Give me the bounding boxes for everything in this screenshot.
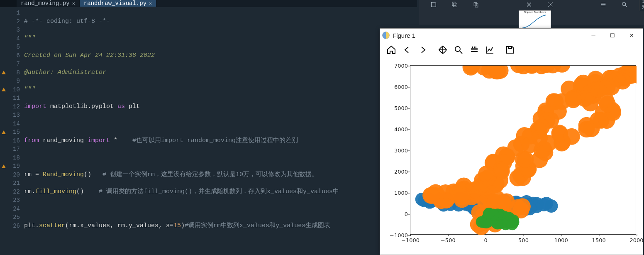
subplots-icon[interactable] [467,43,481,57]
kw: import [88,137,110,144]
scatter-svg [410,66,637,235]
comment: # 调用类的方法fill_moving()，并生成随机数列，存入到x_value… [84,188,339,195]
svg-point-4 [455,47,460,51]
home-icon[interactable] [384,43,398,57]
delete-all-icon[interactable] [544,0,557,11]
svg-point-220 [424,187,440,204]
window-title: Figure 1 [393,32,584,39]
svg-point-178 [480,169,496,186]
pan-icon[interactable] [436,43,450,57]
save-all-icon[interactable] [449,0,461,11]
paren: () [84,171,91,178]
plot-canvas[interactable]: −100001000200030004000500060007000−1000−… [380,58,643,255]
axes: −100001000200030004000500060007000−1000−… [410,65,636,235]
svg-point-260 [483,208,495,219]
code-area[interactable]: # -*- coding: utf-8 -*- """ Created on S… [24,7,417,255]
tab-gutter [0,0,17,7]
comment: # 创建一个实例rm，这里没有给定参数，默认是10万，可以修改为其他数据。 [91,171,318,178]
comment: # -*- coding: utf-8 -*- [24,18,110,25]
kw: import [24,103,46,110]
close-icon[interactable]: ✕ [72,0,75,7]
docstring: """ [24,35,35,42]
svg-point-214 [463,66,479,76]
op: = [32,171,43,178]
app-icon [382,31,390,39]
fn: scatter [39,222,65,229]
svg-point-55 [540,197,553,210]
plots-toolbar-icons: 1 % [427,0,644,9]
star: * [110,137,117,144]
copy-icon[interactable] [469,0,482,11]
fn: Rand_moving [43,171,84,178]
var: rm [24,171,32,178]
obj: plt. [24,222,39,229]
minimize-button[interactable]: ─ [584,29,603,42]
num: 15 [173,222,181,229]
kw: from [24,137,39,144]
svg-point-106 [564,128,580,145]
titlebar[interactable]: Figure 1 ─ ☐ ✕ [380,29,643,42]
thumb-title: Square Numbers [519,11,551,14]
module: matplotlib.pyplot [46,103,117,110]
comment: #调用实例rm中数列x_values和y_values生成图表 [185,222,330,229]
code-editor[interactable]: 1234567891011121314151617181920212223242… [0,7,417,255]
line-gutter: 1234567891011121314151617181920212223242… [0,7,24,255]
axes-icon[interactable] [483,43,497,57]
alias: plt [125,103,140,110]
svg-point-2 [622,2,626,6]
tab-label: randdraw_visual.py [84,0,146,7]
save-icon[interactable] [503,43,517,57]
tab-rand-moving[interactable]: rand_moving.py ✕ [17,0,80,7]
close-button[interactable]: ✕ [622,29,641,42]
zoom-icon[interactable] [451,43,466,57]
ide-panel: rand_moving.py ✕ randdraw_visual.py ✕ 12… [0,0,417,255]
back-icon[interactable] [400,43,414,57]
svg-point-166 [522,137,538,153]
docstring: """ [24,86,35,93]
close-icon[interactable]: ✕ [149,0,152,7]
docstring: Created on Sun Apr 24 22:31:38 2022 [24,52,155,59]
paren: ) [181,222,185,229]
tab-label: rand_moving.py [21,0,70,7]
args: (rm.x_values, rm.y_values, s= [65,222,173,229]
docstring: @author: Administrator [24,69,106,76]
fn: fill_moving [35,188,76,195]
module: rand_moving [39,137,88,144]
tab-bar: rand_moving.py ✕ randdraw_visual.py ✕ [0,0,417,7]
thumb-plot [519,14,551,29]
svg-point-217 [454,186,470,203]
svg-rect-1 [475,4,478,7]
zoom-icon[interactable] [618,0,631,11]
kw: as [117,103,125,110]
mpl-toolbar [380,42,643,58]
save-icon[interactable] [427,0,440,11]
paren: () [76,188,84,195]
figure-window[interactable]: Figure 1 ─ ☐ ✕ −100001000200030004000500… [380,28,643,255]
forward-icon[interactable] [416,43,430,57]
tab-randdraw-visual[interactable]: randdraw_visual.py ✕ [80,0,156,7]
maximize-button[interactable]: ☐ [603,29,622,42]
var: rm. [24,188,35,195]
zoom-level[interactable]: 1 % [639,0,644,11]
svg-rect-0 [474,2,477,6]
hamburger-icon[interactable] [597,0,610,11]
comment: #也可以用import random_moving注意使用过程中的差别 [117,137,298,144]
svg-point-256 [506,218,518,230]
close-icon[interactable] [523,0,536,11]
